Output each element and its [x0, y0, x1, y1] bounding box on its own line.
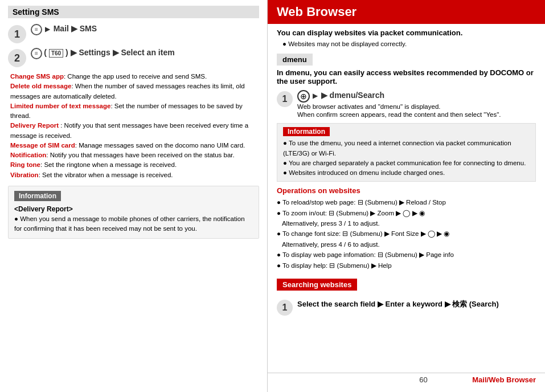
item-delivery-report: Delivery Report: [10, 122, 59, 129]
left-info-title: Information: [14, 191, 61, 201]
menu-icon-2: ≡: [31, 48, 42, 59]
step-2-row: 2 ≡ ( T60 ) ▶ Settings ▶ Select an item: [8, 48, 259, 67]
ops-list: ● To reload/stop web page: ⊟ (Submenu) ▶…: [277, 197, 536, 271]
intro-bullet-1: Websites may not be displayed correctly.: [282, 39, 536, 49]
item-change-sms: Change SMS app: [10, 73, 64, 80]
step-2-label: ( T60 ) ▶ Settings ▶ Select an item: [44, 48, 174, 57]
search-step-1-content: Select the search field ▶ Enter a keywor…: [297, 299, 536, 310]
step-1-label: Mail ▶ SMS: [54, 24, 97, 33]
item-limited-number: Limited number of text message: [10, 103, 110, 109]
right-info-content: ● To use the dmenu, you need a internet …: [283, 138, 530, 178]
footer-page: 60: [375, 375, 473, 384]
item-sim-card: Message of SIM card: [10, 142, 75, 149]
search-section-title: Searching websites: [277, 279, 357, 291]
item-ring-tone: Ring tone: [10, 161, 40, 168]
right-step-1-row: 1 ⊕ ▶ ▶ dmenu/Search Web browser activat…: [277, 90, 536, 119]
footer-right-label: Mail/Web Browser: [472, 375, 536, 384]
step-1-row: 1 ≡ ▶ Mail ▶ SMS: [8, 24, 259, 43]
search-step-1-row: 1 Select the search field ▶ Enter a keyw…: [277, 299, 536, 316]
right-header: Web Browser: [268, 0, 545, 24]
right-title: Web Browser: [277, 5, 536, 19]
left-info-content: <Delivery Report> ● When you send a mess…: [14, 204, 253, 234]
intro-text: You can display websites via packet comm…: [277, 28, 536, 37]
dmenu-section-label: dmenu: [277, 54, 313, 66]
right-step-1-desc2: When confirm screen appears, read the co…: [297, 111, 501, 118]
ops-title: Operations on websites: [277, 186, 536, 195]
item-vibration: Vibration: [10, 172, 39, 178]
step-1-number: 1: [8, 25, 26, 43]
step-1-content: ≡ ▶ Mail ▶ SMS: [31, 24, 259, 35]
left-panel: Setting SMS 1 ≡ ▶ Mail ▶ SMS 2 ≡ ( T60 )…: [0, 0, 268, 392]
right-panel: Web Browser You can display websites via…: [268, 0, 545, 392]
item-notification: Notification: [10, 152, 46, 158]
menu-icon-1: ≡: [31, 24, 42, 35]
right-step-1-desc1: Web browser activates and "dmenu" is dis…: [297, 103, 441, 110]
right-body: You can display websites via packet comm…: [268, 24, 545, 373]
delivery-report-subtitle: <Delivery Report>: [14, 204, 253, 214]
right-info-box: Information ● To use the dmenu, you need…: [277, 123, 536, 182]
right-step-1-label: ▶ dmenu/Search: [321, 91, 384, 100]
dmenu-desc: In dmenu, you can easily access websites…: [277, 68, 536, 85]
item-delete-old: Delete old message: [10, 83, 71, 89]
globe-icon: ⊕: [297, 90, 310, 103]
right-step-1-number: 1: [277, 91, 293, 107]
left-info-box: Information <Delivery Report> ● When you…: [8, 186, 259, 239]
items-list: Change SMS app: Change the app used to r…: [10, 72, 259, 180]
step-2-number: 2: [8, 49, 26, 67]
search-step-1-number: 1: [277, 300, 293, 316]
search-section: Searching websites: [277, 274, 536, 294]
right-step-1-content: ⊕ ▶ ▶ dmenu/Search Web browser activates…: [297, 90, 536, 119]
left-title: Setting SMS: [8, 6, 259, 18]
right-info-title: Information: [283, 127, 330, 136]
footer: 60 Mail/Web Browser: [268, 373, 545, 386]
step-2-content: ≡ ( T60 ) ▶ Settings ▶ Select an item: [31, 48, 259, 59]
